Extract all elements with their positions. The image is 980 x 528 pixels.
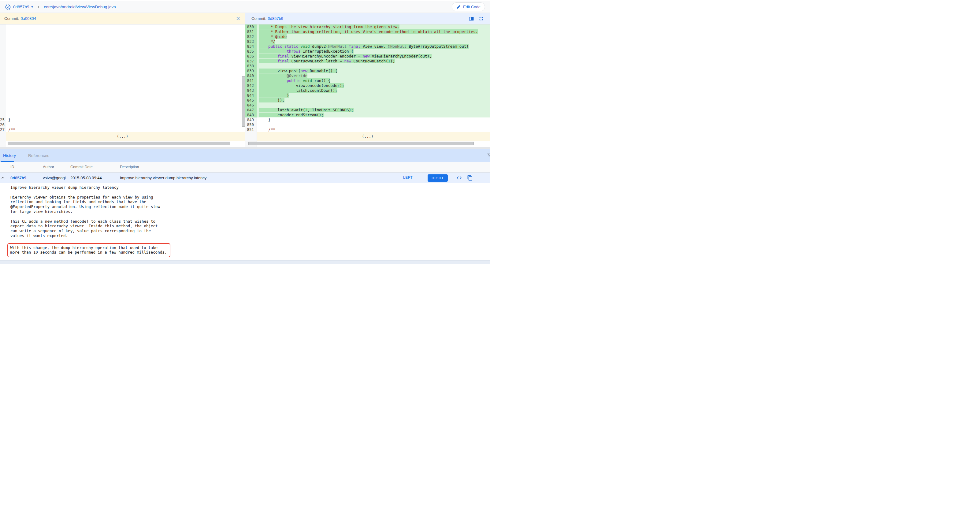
column-commit-date: Commit Date (70, 165, 93, 169)
commit-author: vsiva@googl... (43, 176, 69, 180)
tab-history[interactable]: History (3, 153, 16, 158)
split-view-icon[interactable] (469, 16, 474, 21)
message-paragraph: This CL adds a new method (encode) to ea… (10, 219, 490, 238)
left-code-lines: 25}2627/** (0, 24, 245, 132)
message-paragraph: Improve hierarchy viewer dump hierarchy … (10, 185, 490, 190)
code-line: 848 encoder.endStream(); (245, 113, 490, 118)
line-number: 849 (245, 118, 257, 122)
line-number: 844 (245, 93, 257, 98)
line-number: 841 (245, 78, 257, 83)
collapse-panel-icon[interactable] (486, 153, 490, 159)
column-id: ID (10, 165, 14, 169)
history-table-header: ID Author Commit Date Description (0, 162, 490, 173)
left-code-area: 25}2627/** (...) (0, 24, 245, 147)
close-icon[interactable] (235, 16, 241, 21)
code-search-app: 0d857b9 ▼ core/java/android/view/ViewDeb… (0, 0, 490, 264)
right-commit-label: Commit: (251, 16, 266, 21)
right-commit-header: Commit: 0d857b9 (245, 13, 490, 24)
left-vertical-scrollbar[interactable] (242, 76, 245, 127)
load-right-button[interactable]: RIGHT (428, 174, 448, 182)
code-line: 845 }); (245, 98, 490, 103)
highlighted-paragraph: With this change, the dump hierarchy ope… (7, 243, 171, 258)
code-line: 839 view.post(new Runnable() { (245, 68, 490, 73)
line-number: 832 (245, 34, 257, 39)
line-number: 843 (245, 88, 257, 93)
diff-panel-right: Commit: 0d857b9 830 * Dumps the view hie… (245, 13, 490, 147)
code-line: 832 * @hide (245, 34, 490, 39)
right-commit-link[interactable]: 0d857b9 (267, 16, 283, 21)
history-table-row[interactable]: 0d857b9 vsiva@googl... 2015-05-08 09:44 … (0, 173, 490, 183)
code-line: 849 } (245, 118, 490, 122)
commit-date: 2015-05-08 09:44 (70, 176, 102, 180)
commit-message: Improve hierarchy viewer dump hierarchy … (0, 183, 490, 264)
code-line: 850 (245, 122, 490, 127)
line-number: 837 (245, 59, 257, 64)
line-number: 26 (0, 122, 6, 127)
left-collapsed-region[interactable]: (...) (0, 132, 245, 141)
chevron-down-icon: ▼ (31, 5, 33, 9)
commit-selector-label: 0d857b9 (13, 5, 29, 9)
right-code-lines: 830 * Dumps the view hierarchy starting … (245, 24, 490, 132)
line-number: 839 (245, 68, 257, 73)
code-line: 846 (245, 103, 490, 108)
line-number: 836 (245, 54, 257, 59)
line-number: 845 (245, 98, 257, 103)
line-number: 851 (245, 127, 257, 132)
tab-references[interactable]: References (28, 153, 49, 158)
line-number: 834 (245, 44, 257, 49)
edit-code-button[interactable]: Edit Code (452, 2, 485, 11)
line-number: 835 (245, 49, 257, 54)
line-number: 25 (0, 118, 6, 122)
left-horizontal-scrollbar[interactable] (8, 142, 230, 145)
line-number: 838 (245, 64, 257, 68)
collapse-row-chevron-icon[interactable] (0, 175, 5, 180)
load-left-button[interactable]: LEFT (403, 176, 413, 179)
code-line: 843 latch.countDown(); (245, 88, 490, 93)
left-commit-header: Commit: 0a00804 (0, 13, 245, 24)
chevron-right-icon (36, 4, 41, 10)
pencil-icon (457, 5, 461, 9)
left-commit-link[interactable]: 0a00804 (21, 16, 36, 21)
diff-view: Commit: 0a00804 25}2627/** (...) Commit:… (0, 13, 490, 147)
line-number: 831 (245, 29, 257, 34)
line-number: 842 (245, 83, 257, 88)
code-line: 830 * Dumps the view hierarchy starting … (245, 24, 490, 29)
code-line: 27/** (0, 127, 245, 132)
line-number: 848 (245, 113, 257, 118)
code-line: 844 } (245, 93, 490, 98)
code-line: 840 @Override (245, 73, 490, 78)
message-paragraph: Hierarchy Viewer obtains the properties … (10, 195, 490, 214)
commit-id-link[interactable]: 0d857b9 (10, 176, 26, 180)
right-collapsed-region[interactable]: (...) (245, 132, 490, 141)
column-description: Description (120, 165, 139, 169)
bottom-strip (0, 260, 490, 264)
code-line: 837 final CountDownLatch latch = new Cou… (245, 59, 490, 64)
breadcrumb-file-path[interactable]: core/java/android/view/ViewDebug.java (44, 5, 116, 9)
line-number: 833 (245, 39, 257, 44)
code-line: 831 * Rather than using reflection, it u… (245, 29, 490, 34)
code-line: 833 */ (245, 39, 490, 44)
line-number: 850 (245, 122, 257, 127)
code-line: 842 view.encode(encoder); (245, 83, 490, 88)
commit-sync-icon (5, 4, 11, 10)
code-line: 836 final ViewHierarchyEncoder encoder =… (245, 54, 490, 59)
line-number: 840 (245, 73, 257, 78)
code-line: 25} (0, 118, 245, 122)
commit-message-paragraphs: Improve hierarchy viewer dump hierarchy … (10, 185, 490, 257)
code-icon[interactable] (457, 175, 462, 181)
right-horizontal-scrollbar[interactable] (248, 142, 474, 145)
right-code-area: 830 * Dumps the view hierarchy starting … (245, 24, 490, 147)
line-number: 27 (0, 127, 6, 132)
code-line: 847 latch.await(2, TimeUnit.SECONDS); (245, 108, 490, 113)
commit-selector[interactable]: 0d857b9 ▼ (13, 5, 33, 9)
code-line: 834 public static void dumpv2(@NonNull f… (245, 44, 490, 49)
copy-icon[interactable] (467, 175, 473, 181)
left-commit-label: Commit: (4, 16, 19, 21)
code-line: 838 (245, 64, 490, 68)
code-line: 841 public void run() { (245, 78, 490, 83)
fullscreen-icon[interactable] (478, 16, 484, 21)
line-number: 847 (245, 108, 257, 113)
line-number: 846 (245, 103, 257, 108)
bottom-tab-bar: History References (0, 149, 490, 162)
column-author: Author (43, 165, 54, 169)
